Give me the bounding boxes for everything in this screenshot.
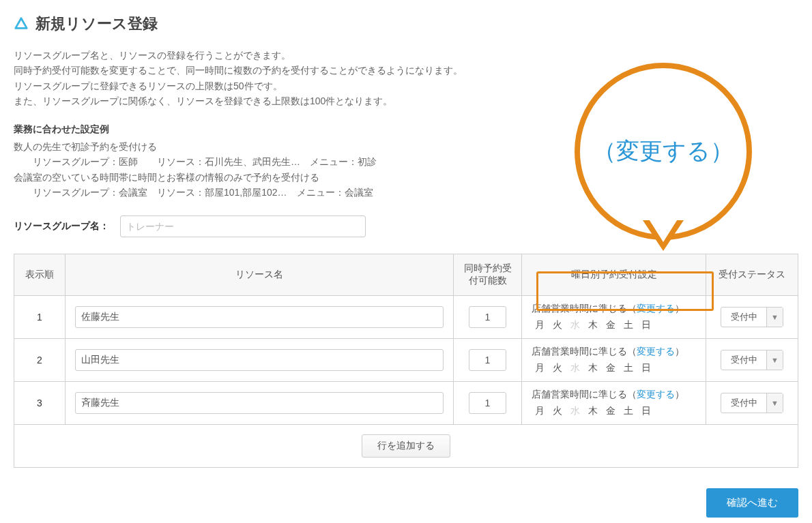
schedule-text: 店舗営業時間に準じる（変更する） (532, 346, 696, 358)
row-schedule-cell: 店舗営業時間に準じる（変更する）月火水木金土日 (522, 295, 706, 338)
status-select[interactable]: 受付中▼ (721, 350, 783, 370)
description-line: リソースグループ名と、リソースの登録を行うことができます。 (14, 48, 798, 63)
day-label: 土 (620, 362, 637, 374)
col-status: 受付ステータス (706, 254, 798, 295)
schedule-prefix: 店舗営業時間に準じる（ (532, 303, 637, 314)
col-order: 表示順 (14, 254, 66, 295)
day-label: 土 (620, 319, 637, 331)
day-label: 水 (567, 362, 583, 374)
schedule-suffix: ） (675, 303, 684, 314)
row-schedule-cell: 店舗営業時間に準じる（変更する）月火水木金土日 (522, 381, 706, 424)
days-row: 月火水木金土日 (532, 405, 696, 417)
callout-circle: （変更する） (575, 63, 752, 240)
row-status-cell: 受付中▼ (706, 381, 798, 424)
day-label: 木 (585, 405, 601, 417)
row-capacity-cell (454, 381, 522, 424)
schedule-text: 店舗営業時間に準じる（変更する） (532, 389, 696, 401)
page-title: 新規リソース登録 (35, 14, 158, 34)
status-select[interactable]: 受付中▼ (721, 307, 783, 327)
row-schedule-cell: 店舗営業時間に準じる（変更する）月火水木金土日 (522, 338, 706, 381)
change-schedule-link[interactable]: 変更する (637, 389, 675, 400)
day-label: 月 (532, 319, 548, 331)
capacity-input[interactable] (469, 392, 506, 414)
day-label: 火 (549, 405, 566, 417)
day-label: 金 (603, 362, 619, 374)
table-row: 3店舗営業時間に準じる（変更する）月火水木金土日受付中▼ (14, 381, 798, 424)
status-value: 受付中 (721, 354, 766, 366)
capacity-input[interactable] (469, 349, 506, 371)
schedule-suffix: ） (675, 346, 684, 357)
page-title-row: 新規リソース登録 (14, 14, 798, 34)
days-row: 月火水木金土日 (532, 362, 696, 374)
resource-name-input[interactable] (75, 306, 444, 328)
table-header-row: 表示順 リソース名 同時予約受付可能数 曜日別予約受付設定 受付ステータス (14, 254, 798, 295)
day-label: 木 (585, 319, 601, 331)
confirm-button[interactable]: 確認へ進む (706, 488, 798, 518)
schedule-prefix: 店舗営業時間に準じる（ (532, 346, 637, 357)
row-name-cell (66, 381, 454, 424)
row-order: 3 (14, 381, 66, 424)
day-label: 日 (638, 319, 654, 331)
status-select[interactable]: 受付中▼ (721, 393, 783, 413)
day-label: 月 (532, 405, 548, 417)
day-label: 水 (567, 319, 583, 331)
row-name-cell (66, 295, 454, 338)
footer-row: 確認へ進む (14, 468, 798, 518)
col-schedule: 曜日別予約受付設定 (522, 254, 706, 295)
schedule-suffix: ） (675, 389, 684, 400)
row-name-cell (66, 338, 454, 381)
day-label: 土 (620, 405, 637, 417)
row-status-cell: 受付中▼ (706, 338, 798, 381)
row-status-cell: 受付中▼ (706, 295, 798, 338)
table-row: 1店舗営業時間に準じる（変更する）月火水木金土日受付中▼ (14, 295, 798, 338)
schedule-prefix: 店舗営業時間に準じる（ (532, 389, 637, 400)
callout-tail-inner (648, 218, 678, 242)
col-name: リソース名 (66, 254, 454, 295)
capacity-input[interactable] (469, 306, 506, 328)
add-row-section: 行を追加する (14, 425, 798, 468)
day-label: 金 (603, 405, 619, 417)
callout-text: （変更する） (593, 136, 734, 167)
day-label: 火 (549, 319, 566, 331)
schedule-text: 店舗営業時間に準じる（変更する） (532, 303, 696, 315)
change-schedule-link[interactable]: 変更する (637, 303, 675, 314)
resource-name-input[interactable] (75, 392, 444, 414)
group-name-label: リソースグループ名： (14, 220, 109, 233)
callout-bubble: （変更する） (575, 63, 752, 240)
day-label: 水 (567, 405, 583, 417)
row-capacity-cell (454, 295, 522, 338)
day-label: 月 (532, 362, 548, 374)
row-order: 1 (14, 295, 66, 338)
days-row: 月火水木金土日 (532, 319, 696, 331)
status-value: 受付中 (721, 311, 766, 323)
add-row-button[interactable]: 行を追加する (362, 434, 450, 458)
resource-table: 表示順 リソース名 同時予約受付可能数 曜日別予約受付設定 受付ステータス 1店… (14, 254, 798, 425)
chevron-down-icon: ▼ (766, 393, 783, 413)
table-row: 2店舗営業時間に準じる（変更する）月火水木金土日受付中▼ (14, 338, 798, 381)
day-label: 火 (549, 362, 566, 374)
chevron-down-icon: ▼ (766, 350, 783, 370)
row-order: 2 (14, 338, 66, 381)
day-label: 日 (638, 405, 654, 417)
chevron-down-icon: ▼ (766, 308, 783, 327)
triangle-icon (14, 16, 29, 31)
status-value: 受付中 (721, 397, 766, 409)
resource-name-input[interactable] (75, 349, 444, 371)
col-capacity: 同時予約受付可能数 (454, 254, 522, 295)
day-label: 金 (603, 319, 619, 331)
group-name-input[interactable] (120, 215, 366, 237)
change-schedule-link[interactable]: 変更する (637, 346, 675, 357)
row-capacity-cell (454, 338, 522, 381)
day-label: 日 (638, 362, 654, 374)
day-label: 木 (585, 362, 601, 374)
